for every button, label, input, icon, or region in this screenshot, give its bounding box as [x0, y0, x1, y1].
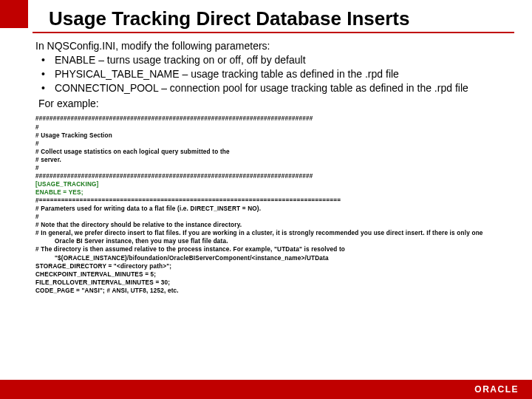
code-line: # Parameters used for writing data to a …	[35, 205, 514, 213]
code-line: FILE_ROLLOVER_INTERVAL_MINUTES = 30;	[35, 279, 514, 287]
bullet-text: ENABLE – turns usage tracking on or off,…	[55, 53, 306, 67]
code-line: # Collect usage statistics on each logic…	[35, 148, 514, 156]
code-line: ########################################…	[35, 115, 514, 123]
page-title: Usage Tracking Direct Database Inserts	[33, 7, 514, 33]
oracle-logo: ORACLE	[474, 384, 519, 395]
code-line-enable: ENABLE = YES;	[35, 188, 514, 197]
code-line: # server.	[35, 156, 514, 164]
bullet-dot-icon: •	[41, 67, 55, 81]
code-line: #	[35, 164, 514, 172]
code-line: # Note that the directory should be rela…	[35, 221, 514, 229]
slide-content: Usage Tracking Direct Database Inserts I…	[0, 0, 532, 295]
code-line: CODE_PAGE = "ANSI"; # ANSI, UTF8, 1252, …	[35, 287, 514, 295]
code-line: "$(ORACLE_INSTANCE)/bifoundation/OracleB…	[35, 254, 514, 262]
code-line: #	[35, 140, 514, 148]
code-line: ########################################…	[35, 172, 514, 180]
oracle-logo-text: ORACLE	[474, 384, 519, 395]
header-accent-block	[0, 0, 28, 28]
code-line: # In general, we prefer directo insert t…	[35, 229, 514, 237]
code-line-section: [USAGE_TRACKING]	[35, 180, 514, 188]
code-line: STORAGE_DIRECTORY = "<directory path>";	[35, 262, 514, 270]
bullet-item: • PHYSICAL_TABLE_NAME – usage tracking t…	[33, 67, 514, 81]
intro-line: In NQSConfig.INI, modify the following p…	[33, 39, 514, 53]
code-line: Oracle BI Server instance, then you may …	[35, 237, 514, 245]
bullet-dot-icon: •	[41, 81, 55, 95]
bullet-item: • CONNECTION_POOL – connection pool for …	[33, 81, 514, 95]
bullet-text: CONNECTION_POOL – connection pool for us…	[55, 81, 468, 95]
code-line: # The directory is then assumed relative…	[35, 245, 514, 253]
config-code-block: ########################################…	[33, 115, 514, 294]
body-text: In NQSConfig.INI, modify the following p…	[33, 39, 514, 110]
bullet-text: PHYSICAL_TABLE_NAME – usage tracking tab…	[55, 67, 399, 81]
bullet-dot-icon: •	[41, 53, 55, 67]
footer-bar: ORACLE	[0, 380, 532, 399]
example-label: For example:	[33, 97, 514, 111]
code-line: # Usage Tracking Section	[35, 132, 514, 140]
code-line: #	[35, 123, 514, 132]
code-line: #=======================================…	[35, 197, 514, 205]
code-line: CHECKPOINT_INTERVAL_MINUTES = 5;	[35, 270, 514, 279]
bullet-item: • ENABLE – turns usage tracking on or of…	[33, 53, 514, 67]
code-line: #	[35, 213, 514, 221]
